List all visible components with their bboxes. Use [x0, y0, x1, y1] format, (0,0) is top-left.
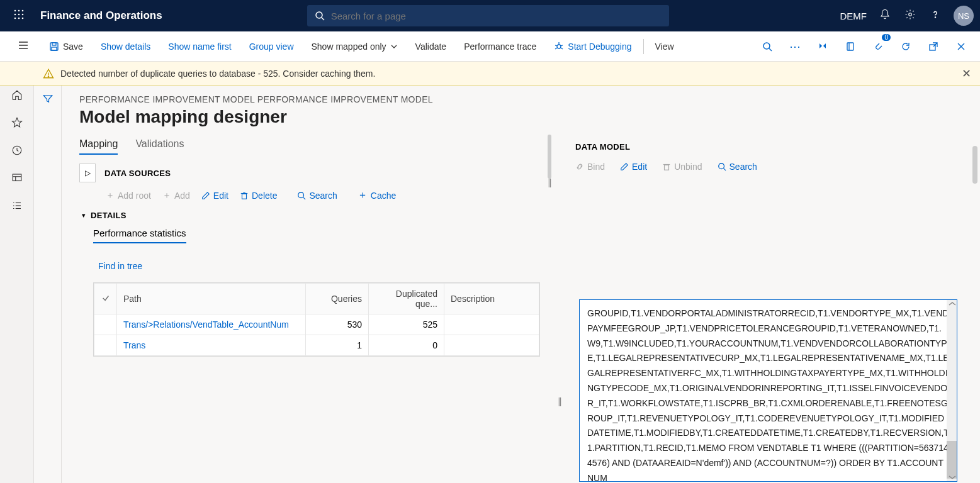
gear-icon[interactable]	[903, 9, 917, 23]
table-row[interactable]: Trans 1 0	[94, 335, 539, 356]
bell-icon[interactable]	[878, 9, 892, 23]
view-button[interactable]: View	[646, 31, 683, 61]
scroll-up-icon[interactable]	[947, 300, 957, 308]
find-in-tree-link[interactable]: Find in tree	[98, 261, 545, 271]
row-duplicated: 0	[369, 335, 444, 356]
dm-search-button[interactable]: Search	[718, 162, 757, 172]
edit-button[interactable]: Edit	[201, 191, 228, 201]
page-scrollbar[interactable]	[972, 146, 977, 184]
warning-icon	[43, 68, 54, 79]
svg-point-3	[14, 13, 16, 15]
bind-button[interactable]: Bind	[575, 162, 605, 172]
group-view-button[interactable]: Group view	[240, 31, 303, 61]
delete-button[interactable]: Delete	[240, 191, 277, 201]
table-row[interactable]: Trans/>Relations/VendTable_AccountNum 53…	[94, 314, 539, 335]
svg-point-19	[557, 45, 561, 48]
svg-rect-18	[52, 47, 57, 50]
attachment-badge: 0	[882, 34, 891, 41]
add-button[interactable]: ＋Add	[162, 190, 190, 201]
svg-point-33	[48, 75, 48, 76]
col-queries[interactable]: Queries	[306, 284, 369, 314]
warning-banner: Detected number of duplicate queries to …	[0, 62, 980, 86]
hamburger-icon[interactable]	[18, 40, 29, 53]
avatar[interactable]: NS	[954, 6, 974, 26]
command-bar: Save Show details Show name first Group …	[0, 31, 980, 62]
performance-trace-button[interactable]: Performance trace	[455, 31, 545, 61]
content: PERFORMANCE IMPROVEMENT MODEL PERFORMANC…	[34, 86, 980, 483]
details-header[interactable]: ▾ DETAILS	[82, 211, 545, 220]
svg-line-24	[561, 48, 563, 49]
dm-edit-button[interactable]: Edit	[620, 162, 647, 172]
svg-point-8	[22, 17, 24, 19]
tab-validations[interactable]: Validations	[135, 138, 184, 155]
col-path[interactable]: Path	[117, 284, 306, 314]
show-mapped-only-dropdown[interactable]: Show mapped only	[303, 31, 407, 61]
cache-button[interactable]: ＋Cache	[358, 189, 396, 202]
add-root-button[interactable]: ＋Add root	[106, 190, 151, 201]
row-path-link[interactable]: Trans	[117, 335, 306, 356]
book-icon[interactable]	[839, 35, 862, 58]
page-title: Model mapping designer	[79, 107, 545, 127]
attachment-icon[interactable]: 0	[867, 35, 889, 58]
scroll-down-icon[interactable]	[947, 474, 957, 481]
link-icon[interactable]	[811, 35, 834, 58]
sql-query-box[interactable]: GROUPID,T1.VENDORPORTALADMINISTRATORRECI…	[579, 299, 957, 482]
search-ds-button[interactable]: Search	[297, 191, 337, 201]
select-all-checkbox[interactable]	[94, 284, 117, 314]
row-duplicated: 525	[369, 314, 444, 335]
popout-icon[interactable]	[922, 35, 945, 58]
col-duplicated[interactable]: Duplicated que...	[369, 284, 444, 314]
scrollbar[interactable]	[548, 135, 551, 179]
col-description[interactable]: Description	[444, 284, 539, 314]
data-model-actions: Bind Edit Unbind Search	[575, 162, 980, 172]
show-name-first-button[interactable]: Show name first	[159, 31, 240, 61]
performance-statistics-tab[interactable]: Performance statistics	[93, 228, 545, 243]
filter-icon[interactable]	[42, 93, 54, 483]
global-search-input[interactable]	[331, 11, 662, 21]
pane-divider[interactable]: ‖	[545, 177, 554, 187]
validate-button[interactable]: Validate	[407, 31, 456, 61]
company-label[interactable]: DEMF	[840, 11, 867, 21]
tab-mapping[interactable]: Mapping	[79, 138, 118, 155]
main-area: PERFORMANCE IMPROVEMENT MODEL PERFORMANC…	[0, 86, 980, 483]
help-icon[interactable]	[928, 9, 942, 23]
row-desc	[444, 335, 539, 356]
svg-line-52	[723, 169, 726, 171]
command-bar-right: ⋯ 0	[756, 35, 980, 58]
pane-divider-2[interactable]: ‖	[558, 396, 562, 406]
data-sources-actions: ＋Add root ＋Add Edit Delete Search ＋Cache	[106, 189, 545, 202]
details-label: DETAILS	[91, 211, 127, 220]
start-debugging-label: Start Debugging	[568, 42, 631, 52]
search-icon	[315, 11, 325, 21]
global-search[interactable]	[307, 5, 669, 26]
performance-grid: Path Queries Duplicated que... Descripti…	[93, 282, 540, 357]
refresh-icon[interactable]	[894, 35, 917, 58]
row-desc	[444, 314, 539, 335]
svg-point-7	[18, 17, 20, 19]
close-icon[interactable]	[950, 35, 972, 58]
workspace-icon[interactable]	[10, 171, 24, 185]
svg-line-23	[555, 48, 557, 49]
home-icon[interactable]	[10, 88, 24, 102]
row-path-link[interactable]: Trans/>Relations/VendTable_AccountNum	[117, 314, 306, 335]
left-pane: PERFORMANCE IMPROVEMENT MODEL PERFORMANC…	[79, 94, 545, 483]
unbind-button[interactable]: Unbind	[662, 162, 702, 172]
sql-scrollbar-thumb[interactable]	[947, 441, 957, 479]
top-right-area: DEMF NS	[840, 6, 974, 26]
start-debugging-button[interactable]: Start Debugging	[545, 31, 640, 61]
row-queries: 530	[306, 314, 369, 335]
show-details-button[interactable]: Show details	[92, 31, 159, 61]
sql-scrollbar-track[interactable]	[947, 300, 957, 481]
svg-rect-17	[52, 43, 56, 45]
modules-icon[interactable]	[10, 199, 24, 213]
expand-handle[interactable]: ▷	[79, 164, 96, 182]
star-icon[interactable]	[10, 116, 24, 130]
svg-line-26	[769, 48, 772, 51]
save-button[interactable]: Save	[40, 31, 92, 61]
clock-icon[interactable]	[10, 143, 24, 157]
more-icon[interactable]: ⋯	[784, 35, 806, 58]
svg-rect-35	[13, 174, 21, 181]
waffle-icon[interactable]	[6, 9, 31, 23]
search-command-icon[interactable]	[756, 35, 779, 58]
warning-close-icon[interactable]: ✕	[962, 67, 971, 80]
